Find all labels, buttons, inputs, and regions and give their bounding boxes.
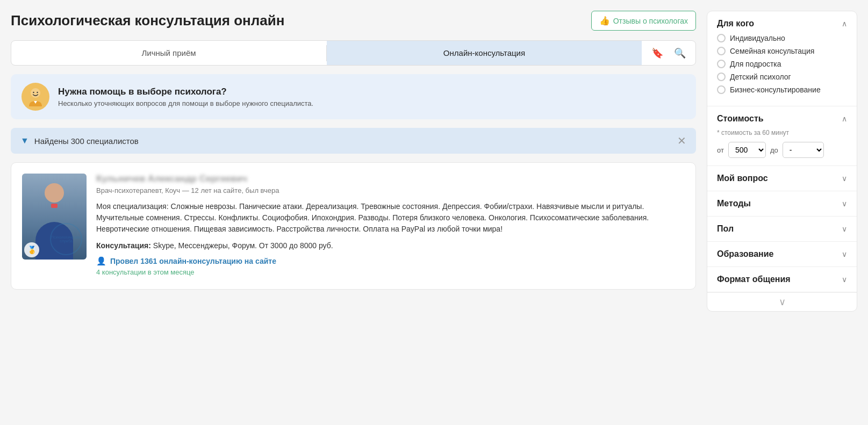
consultation-text: Skype, Мессенджеры, Форум. От 3000 до 80… bbox=[153, 241, 333, 250]
sidebar-section-dlya-kogo: Для кого ∧ Индивидуально Семейная консул… bbox=[707, 11, 857, 106]
cost-from-label: от bbox=[717, 146, 724, 154]
consultation-label: Консультация: bbox=[96, 241, 151, 250]
specialist-name[interactable]: Кульничев Александр Сергеевич bbox=[96, 174, 685, 184]
photo-badge: 🥇 bbox=[24, 242, 39, 257]
cost-note: * стоимость за 60 минут bbox=[717, 129, 847, 136]
cost-from-select[interactable]: 500 1000 2000 3000 bbox=[728, 142, 766, 158]
help-banner[interactable]: Нужна помощь в выборе психолога? Несколь… bbox=[11, 74, 696, 119]
help-avatar-circle bbox=[21, 83, 49, 111]
section-title-moy-vopros: Мой вопрос bbox=[717, 174, 768, 183]
svg-point-0 bbox=[31, 88, 40, 98]
sidebar-card: Для кого ∧ Индивидуально Семейная консул… bbox=[707, 11, 857, 312]
section-title-format: Формат общения bbox=[717, 275, 791, 284]
tabs-row: Личный приём Онлайн-консультация 🔖 🔍 bbox=[11, 40, 696, 66]
tab-personal[interactable]: Личный приём bbox=[11, 41, 326, 65]
filter-bar: ▼ Найдены 300 специалистов ✕ bbox=[11, 128, 696, 154]
help-title: Нужна помощь в выборе психолога? bbox=[58, 87, 313, 97]
tab-actions: 🔖 🔍 bbox=[642, 43, 695, 63]
chevron-down-moy-vopros-icon: ∨ bbox=[842, 174, 847, 183]
filter-option-detskiy[interactable]: Детский психолог bbox=[717, 73, 847, 81]
bookmark-button[interactable]: 🔖 bbox=[646, 43, 669, 63]
cost-to-select[interactable]: - 2000 5000 10000 bbox=[783, 142, 824, 158]
sidebar-section-format: Формат общения ∨ bbox=[707, 267, 857, 292]
filter-bar-left: ▼ Найдены 300 специалистов bbox=[20, 136, 139, 146]
card-info: Кульничев Александр Сергеевич Врач-психо… bbox=[96, 174, 685, 278]
svg-point-2 bbox=[37, 92, 38, 93]
tab-online[interactable]: Онлайн-консультация bbox=[327, 41, 642, 65]
chevron-down-pol-icon: ∨ bbox=[842, 225, 847, 233]
card-stats: 👤 Провел 1361 онлайн-консультацию на сай… bbox=[96, 256, 685, 276]
filter-option-biznes[interactable]: Бизнес-консультирование bbox=[717, 85, 847, 94]
stat-month: 4 консультации в этом месяце bbox=[96, 268, 194, 276]
option-label-podrostok: Для подростка bbox=[730, 60, 781, 68]
sidebar-section-metody: Методы ∨ bbox=[707, 191, 857, 217]
radio-detskiy[interactable] bbox=[717, 73, 726, 81]
page-title: Психологическая консультация онлайн bbox=[11, 12, 284, 29]
thumb-icon: 👍 bbox=[599, 16, 610, 26]
option-label-semeynaya: Семейная консультация bbox=[730, 47, 814, 55]
photo-head bbox=[45, 183, 64, 203]
specialist-subtitle: Врач-психотерапевт, Коуч — 12 лет на сай… bbox=[96, 186, 685, 195]
sidebar-section-pol: Пол ∨ bbox=[707, 217, 857, 242]
filter-option-podrostok[interactable]: Для подростка bbox=[717, 60, 847, 68]
stat-row-count: 👤 Провел 1361 онлайн-консультацию на сай… bbox=[96, 256, 685, 266]
specialist-consultation: Консультация: Skype, Мессенджеры, Форум.… bbox=[96, 241, 685, 250]
radio-biznes[interactable] bbox=[717, 85, 726, 94]
option-label-individualno: Индивидуально bbox=[730, 34, 785, 42]
filter-icon: ▼ bbox=[20, 136, 29, 146]
filter-option-individualno[interactable]: Индивидуально bbox=[717, 34, 847, 42]
help-avatar bbox=[21, 83, 49, 111]
sidebar-section-header-pol[interactable]: Пол ∨ bbox=[717, 224, 847, 234]
card-photo: 🥇 Психологическая служба bbox=[22, 174, 87, 260]
sidebar-section-header-dlya-kogo[interactable]: Для кого ∧ bbox=[717, 19, 847, 28]
specialist-card: 🥇 Психологическая служба Кульничев Алекс… bbox=[11, 162, 696, 290]
search-button[interactable]: 🔍 bbox=[669, 43, 691, 63]
filter-count: Найдены 300 специалистов bbox=[34, 136, 139, 146]
sidebar-section-header-moy-vopros[interactable]: Мой вопрос ∨ bbox=[717, 174, 847, 183]
specialist-description: Моя специализация: Сложные неврозы. Пани… bbox=[96, 201, 685, 235]
watermark-area: Психологическая служба bbox=[50, 223, 82, 255]
radio-semeynaya[interactable] bbox=[717, 47, 726, 55]
sidebar-section-header-stoimost[interactable]: Стоимость ∧ bbox=[717, 114, 847, 124]
option-label-detskiy: Детский психолог bbox=[730, 73, 791, 81]
filter-close-button[interactable]: ✕ bbox=[677, 134, 686, 147]
top-right-area: 👍 Отзывы о психологах bbox=[591, 11, 696, 31]
bookmark-icon: 🔖 bbox=[651, 48, 663, 59]
card-top: 🥇 Психологическая служба Кульничев Алекс… bbox=[22, 174, 685, 278]
reviews-button[interactable]: 👍 Отзывы о психологах bbox=[591, 11, 696, 31]
sidebar-section-header-format[interactable]: Формат общения ∨ bbox=[717, 275, 847, 284]
filter-option-semeynaya[interactable]: Семейная консультация bbox=[717, 47, 847, 55]
sidebar-section-stoimost: Стоимость ∧ * стоимость за 60 минут от 5… bbox=[707, 106, 857, 166]
stat-count: Провел 1361 онлайн-консультацию на сайте bbox=[110, 257, 276, 265]
radio-podrostok[interactable] bbox=[717, 60, 726, 68]
section-title-dlya-kogo: Для кого bbox=[717, 19, 754, 28]
filter-options-stoimost: * стоимость за 60 минут от 500 1000 2000… bbox=[717, 129, 847, 158]
chevron-down-metody-icon: ∨ bbox=[842, 199, 847, 208]
photo-bow bbox=[51, 204, 58, 208]
stat-person-icon: 👤 bbox=[96, 256, 106, 266]
stat-row-month: 4 консультации в этом месяце bbox=[96, 268, 685, 276]
sidebar-section-moy-vopros: Мой вопрос ∨ bbox=[707, 166, 857, 191]
section-title-obrazovanie: Образование bbox=[717, 249, 773, 259]
main-content: Психологическая консультация онлайн 👍 От… bbox=[11, 11, 696, 312]
section-title-pol: Пол bbox=[717, 224, 734, 234]
cost-to-label: до bbox=[770, 146, 778, 154]
cost-row: от 500 1000 2000 3000 до - 2000 5000 bbox=[717, 142, 847, 158]
sidebar-section-obrazovanie: Образование ∨ bbox=[707, 242, 857, 267]
svg-point-1 bbox=[33, 92, 34, 93]
filter-options-dlya-kogo: Индивидуально Семейная консультация Для … bbox=[717, 34, 847, 94]
section-title-stoimost: Стоимость bbox=[717, 114, 764, 124]
chevron-up-icon: ∧ bbox=[842, 19, 847, 28]
chevron-down-format-icon: ∨ bbox=[842, 275, 847, 284]
watermark-text: Психологическая служба bbox=[51, 235, 81, 243]
radio-individualno[interactable] bbox=[717, 34, 726, 42]
option-label-biznes: Бизнес-консультирование bbox=[730, 85, 821, 94]
sidebar-section-header-metody[interactable]: Методы ∨ bbox=[717, 199, 847, 208]
help-subtitle: Несколько уточняющих вопросов для помощи… bbox=[58, 99, 313, 107]
search-icon: 🔍 bbox=[674, 48, 686, 59]
sidebar-scroll-hint: ∨ bbox=[707, 292, 857, 311]
chevron-down-obrazovanie-icon: ∨ bbox=[842, 250, 847, 258]
sidebar-section-header-obrazovanie[interactable]: Образование ∨ bbox=[717, 249, 847, 259]
chevron-up-stoimost-icon: ∧ bbox=[842, 114, 847, 123]
reviews-label: Отзывы о психологах bbox=[613, 17, 688, 25]
